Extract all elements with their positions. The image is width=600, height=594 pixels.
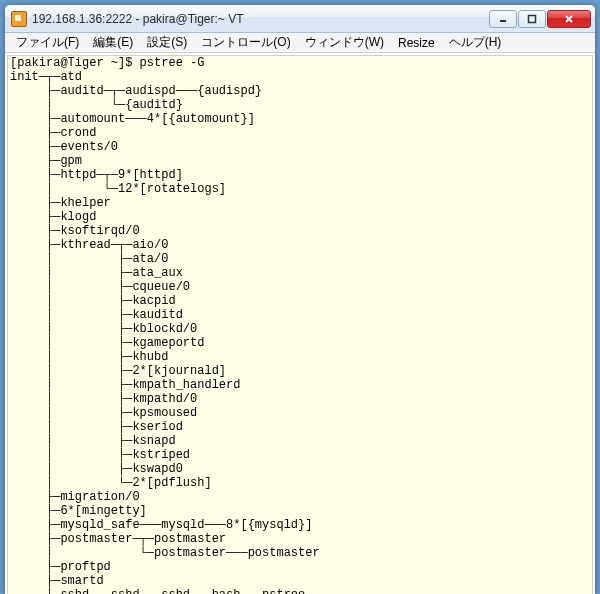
menu-resize[interactable]: Resize [391, 35, 442, 51]
app-icon [11, 11, 27, 27]
menu-setting[interactable]: 設定(S) [140, 33, 194, 52]
svg-rect-1 [529, 15, 536, 22]
minimize-button[interactable] [489, 10, 517, 28]
maximize-icon [527, 14, 537, 24]
menu-help[interactable]: ヘルプ(H) [442, 33, 509, 52]
titlebar[interactable]: 192.168.1.36:2222 - pakira@Tiger:~ VT [5, 5, 595, 33]
terminal-output: [pakira@Tiger ~]$ pstree -G init─┬─atd ├… [10, 56, 590, 594]
menu-window[interactable]: ウィンドウ(W) [298, 33, 391, 52]
menubar: ファイル(F) 編集(E) 設定(S) コントロール(O) ウィンドウ(W) R… [5, 33, 595, 53]
minimize-icon [498, 14, 508, 24]
maximize-button[interactable] [518, 10, 546, 28]
close-button[interactable] [547, 10, 591, 28]
terminal-area[interactable]: [pakira@Tiger ~]$ pstree -G init─┬─atd ├… [7, 55, 593, 594]
close-icon [563, 13, 575, 25]
window-controls [488, 10, 591, 28]
window-title: 192.168.1.36:2222 - pakira@Tiger:~ VT [32, 12, 488, 26]
menu-file[interactable]: ファイル(F) [9, 33, 86, 52]
menu-edit[interactable]: 編集(E) [86, 33, 140, 52]
menu-control[interactable]: コントロール(O) [194, 33, 297, 52]
app-window: 192.168.1.36:2222 - pakira@Tiger:~ VT ファ… [4, 4, 596, 594]
